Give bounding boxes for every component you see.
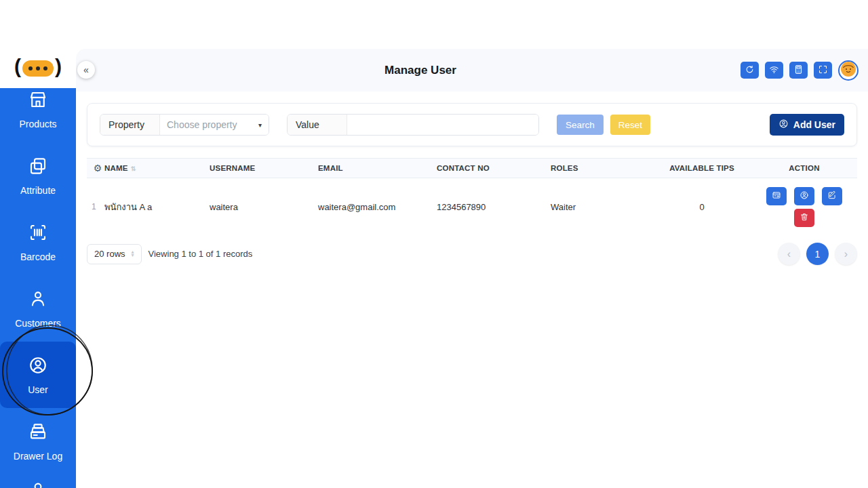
cell-roles: Waiter (551, 202, 652, 212)
table-header-row: ⚙ NAME⇅ USERNAME EMAIL CONTACT NO ROLES … (87, 158, 857, 178)
value-group: Value (287, 114, 539, 136)
rows-per-page-value: 20 rows (94, 249, 125, 259)
column-header-tips: AVAILABLE TIPS (652, 164, 751, 172)
person-circle-icon (28, 355, 48, 378)
sync-button[interactable] (741, 62, 759, 79)
barcode-scan-icon (28, 222, 48, 245)
next-page-button[interactable]: › (835, 243, 857, 265)
cell-email: waitera@gmail.com (318, 202, 437, 212)
edit-icon (827, 190, 837, 202)
page-title: Manage User (384, 64, 456, 77)
row-index: 1 (87, 202, 104, 211)
sidebar-item-label: Drawer Log (14, 451, 62, 462)
top-white-strip (0, 0, 868, 49)
user-table: ⚙ NAME⇅ USERNAME EMAIL CONTACT NO ROLES … (87, 158, 857, 235)
chevron-left-icon: ‹ (787, 248, 791, 260)
pagination: ‹ 1 › (778, 243, 857, 265)
column-header-action: ACTION (751, 164, 857, 172)
table-footer: 20 rows ▴▾ Viewing 1 to 1 of 1 records ‹… (87, 243, 857, 265)
add-user-label: Add User (793, 119, 835, 130)
sidebar: ( ) Products Attribute Barcode (0, 49, 76, 488)
prev-page-button[interactable]: ‹ (778, 243, 800, 265)
reset-button[interactable]: Reset (610, 115, 650, 135)
sidebar-item-attribute[interactable]: Attribute (0, 142, 76, 209)
rows-per-page-select[interactable]: 20 rows ▴▾ (87, 244, 142, 264)
column-header-roles: ROLES (551, 164, 652, 172)
cash-register-icon (28, 422, 48, 445)
person-icon (28, 289, 48, 312)
person-icon (28, 480, 48, 488)
logo-bar: ( ) (0, 49, 76, 88)
cell-name: พนักงาน A a (104, 200, 210, 214)
payslip-icon (772, 190, 781, 202)
fullscreen-button[interactable] (814, 62, 832, 79)
payslip-button[interactable] (766, 187, 787, 205)
sort-icon[interactable]: ⇅ (131, 165, 136, 172)
property-select-value: Choose property (167, 119, 237, 130)
sidebar-item-label: Attribute (20, 185, 56, 196)
delete-button[interactable] (794, 209, 814, 227)
logo-paren-right: ) (55, 56, 62, 77)
wifi-button[interactable] (765, 62, 783, 79)
value-input[interactable] (347, 115, 538, 135)
cards-icon (28, 156, 48, 179)
column-header-email: EMAIL (318, 164, 437, 172)
sidebar-item-user[interactable]: User (0, 342, 76, 408)
sidebar-item-label: Products (19, 119, 56, 129)
column-header-username: USERNAME (210, 164, 318, 172)
sync-icon (745, 64, 755, 77)
sidebar-nav: Products Attribute Barcode Customers Use… (0, 76, 76, 488)
sidebar-item-label: Customers (15, 318, 61, 329)
add-user-button[interactable]: Add User (770, 114, 844, 136)
avatar-face-icon (840, 61, 856, 79)
topbar-actions (741, 60, 859, 81)
fullscreen-icon (818, 64, 828, 77)
profile-button[interactable] (794, 187, 814, 205)
gear-icon[interactable]: ⚙ (87, 163, 104, 174)
cell-username: waitera (210, 202, 318, 212)
app-logo[interactable]: ( ) (14, 58, 62, 79)
viewing-records-text: Viewing 1 to 1 of 1 records (149, 249, 253, 259)
calculator-button[interactable] (789, 62, 808, 79)
sidebar-item-customers[interactable]: Customers (0, 275, 76, 342)
value-label: Value (288, 115, 347, 135)
search-button[interactable]: Search (557, 115, 604, 135)
page-1-button[interactable]: 1 (806, 243, 829, 265)
edit-button[interactable] (822, 187, 842, 205)
property-group: Property Choose property ▾ (100, 114, 269, 136)
property-select[interactable]: Choose property ▾ (160, 115, 269, 135)
cell-contact: 1234567890 (437, 202, 551, 212)
chevron-right-icon: › (844, 248, 848, 260)
cell-available-tips: 0 (652, 202, 751, 212)
store-icon (28, 89, 48, 113)
table-row: 1 พนักงาน A a waitera waitera@gmail.com … (87, 178, 857, 235)
property-label: Property (100, 115, 160, 135)
collapse-sidebar-button[interactable]: « (77, 61, 95, 79)
cell-actions (751, 187, 857, 227)
delete-icon (800, 212, 809, 224)
person-circle-icon (778, 119, 789, 131)
sidebar-item-drawer-log[interactable]: Drawer Log (0, 408, 76, 474)
topbar: « Manage User (76, 49, 868, 92)
sidebar-item-partial[interactable] (0, 474, 76, 488)
calculator-icon (793, 64, 804, 77)
logo-dots-icon (22, 60, 54, 77)
main-content: « Manage User (76, 49, 868, 488)
chevron-down-icon: ▾ (258, 121, 262, 129)
wifi-icon (769, 64, 779, 77)
column-header-name: NAME⇅ (104, 164, 210, 172)
column-header-contact: CONTACT NO (437, 164, 551, 172)
sidebar-item-label: Barcode (20, 251, 56, 262)
sidebar-item-label: User (28, 384, 48, 395)
spinner-icon: ▴▾ (132, 251, 134, 258)
person-circle-icon (800, 190, 809, 202)
avatar[interactable] (838, 60, 859, 81)
filter-card: Property Choose property ▾ Value Search … (87, 103, 857, 146)
logo-paren-left: ( (14, 56, 21, 77)
sidebar-item-barcode[interactable]: Barcode (0, 209, 76, 275)
double-chevron-left-icon: « (83, 64, 89, 75)
